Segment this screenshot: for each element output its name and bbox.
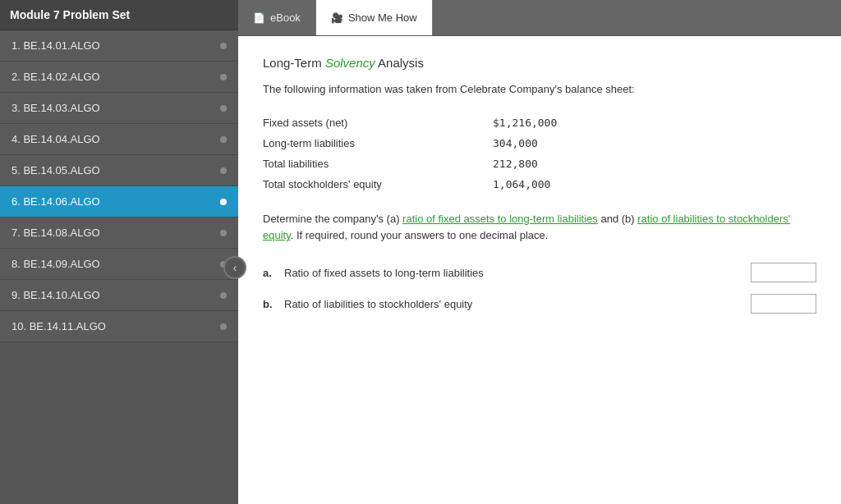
sidebar-item-label-5: 5. BE.14.05.ALGO (11, 164, 220, 176)
tab-ebook-label: eBook (270, 11, 301, 24)
data-row-2: Long-term liabilities 304,000 (263, 133, 816, 153)
sidebar-item-label-2: 2. BE.14.02.ALGO (11, 71, 220, 83)
sidebar-item-dot-6 (220, 199, 227, 205)
sidebar-item-7[interactable]: 7. BE.14.08.ALGO (0, 218, 238, 249)
tab-show-me-how-label: Show Me How (348, 11, 417, 24)
question-section: a. Ratio of fixed assets to long-term li… (263, 263, 816, 314)
title-highlight: Solvency (325, 56, 375, 70)
sidebar-item-label-1: 1. BE.14.01.ALGO (11, 39, 220, 52)
sidebar-item-8[interactable]: 8. BE.14.09.ALGO (0, 249, 238, 280)
data-row-3: Total liabilities 212,800 (263, 153, 816, 174)
data-table: Fixed assets (net) $1,216,000 Long-term … (263, 112, 816, 195)
data-label-4: Total stockholders' equity (263, 178, 493, 190)
ebook-icon: 📄 (253, 12, 265, 24)
data-label-1: Fixed assets (net) (263, 117, 493, 129)
sidebar-item-6[interactable]: 6. BE.14.06.ALGO (0, 186, 238, 218)
instruction-pre: Determine the company's (a) (263, 213, 402, 225)
sidebar-item-dot-7 (220, 230, 227, 236)
sidebar-item-5[interactable]: 5. BE.14.05.ALGO (0, 155, 238, 186)
sidebar-item-1[interactable]: 1. BE.14.01.ALGO (0, 30, 238, 62)
instruction: Determine the company's (a) ratio of fix… (263, 211, 816, 245)
question-label-b: b. (263, 298, 274, 310)
sidebar-item-label-3: 3. BE.14.03.ALGO (11, 102, 220, 114)
sidebar-item-dot-4 (220, 136, 227, 143)
sidebar-item-label-9: 9. BE.14.10.ALGO (11, 289, 220, 301)
title-pre: Long-Term (263, 56, 325, 70)
data-label-2: Long-term liabilities (263, 137, 493, 149)
question-text-a: Ratio of fixed assets to long-term liabi… (284, 267, 741, 279)
instruction-link1[interactable]: ratio of fixed assets to long-term liabi… (402, 213, 598, 225)
page-title: Long-Term Solvency Analysis (263, 56, 816, 70)
tab-show-me-how[interactable]: 🎥 Show Me How (316, 0, 433, 35)
data-value-2: 304,000 (493, 137, 538, 149)
sidebar-item-label-10: 10. BE.14.11.ALGO (11, 320, 220, 332)
sidebar-collapse-button[interactable]: ‹ (223, 256, 246, 279)
sidebar-item-4[interactable]: 4. BE.14.04.ALGO (0, 124, 238, 155)
sidebar-item-label-6: 6. BE.14.06.ALGO (11, 195, 220, 208)
description: The following information was taken from… (263, 81, 816, 98)
title-post: Analysis (375, 56, 424, 70)
question-label-a: a. (263, 267, 274, 279)
sidebar-header: Module 7 Problem Set (0, 0, 238, 30)
question-row-a: a. Ratio of fixed assets to long-term li… (263, 263, 816, 282)
content-area: Long-Term Solvency Analysis The followin… (238, 36, 841, 504)
instruction-post: . If required, round your answers to one… (291, 229, 549, 241)
instruction-mid: and (b) (598, 213, 637, 225)
data-value-4: 1,064,000 (493, 178, 550, 190)
data-value-3: 212,800 (493, 158, 538, 170)
answer-input-a[interactable] (751, 263, 816, 282)
sidebar-item-10[interactable]: 10. BE.14.11.ALGO (0, 311, 238, 342)
sidebar-item-dot-2 (220, 74, 227, 80)
answer-input-b[interactable] (751, 294, 816, 314)
sidebar-item-label-8: 8. BE.14.09.ALGO (11, 258, 220, 270)
sidebar-item-dot-1 (220, 43, 227, 49)
tab-ebook[interactable]: 📄 eBook (238, 0, 316, 35)
sidebar-item-3[interactable]: 3. BE.14.03.ALGO (0, 93, 238, 124)
data-label-3: Total liabilities (263, 158, 493, 170)
sidebar-item-dot-5 (220, 167, 227, 174)
sidebar-item-2[interactable]: 2. BE.14.02.ALGO (0, 62, 238, 93)
data-value-1: $1,216,000 (493, 117, 557, 129)
question-row-b: b. Ratio of liabilities to stockholders'… (263, 294, 816, 314)
tab-bar: 📄 eBook 🎥 Show Me How (238, 0, 841, 36)
sidebar-item-dot-9 (220, 292, 227, 299)
sidebar-item-label-7: 7. BE.14.08.ALGO (11, 227, 220, 239)
sidebar-item-9[interactable]: 9. BE.14.10.ALGO (0, 280, 238, 311)
data-row-4: Total stockholders' equity 1,064,000 (263, 174, 816, 195)
sidebar-item-dot-10 (220, 323, 227, 330)
sidebar: Module 7 Problem Set 1. BE.14.01.ALGO 2.… (0, 0, 238, 504)
sidebar-item-label-4: 4. BE.14.04.ALGO (11, 133, 220, 145)
sidebar-item-dot-3 (220, 105, 227, 112)
question-text-b: Ratio of liabilities to stockholders' eq… (284, 298, 741, 310)
main-content: 📄 eBook 🎥 Show Me How Long-Term Solvency… (238, 0, 841, 504)
video-icon: 🎥 (331, 12, 343, 24)
data-row-1: Fixed assets (net) $1,216,000 (263, 112, 816, 133)
